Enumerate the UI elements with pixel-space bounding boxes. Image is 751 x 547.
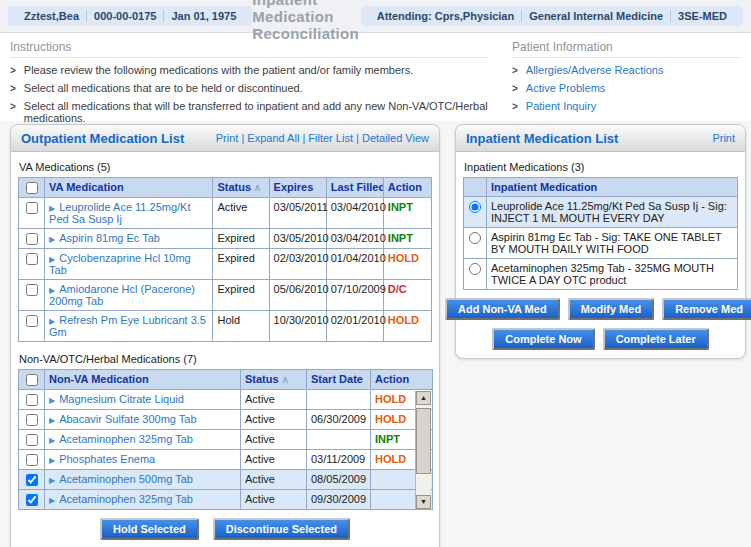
hold-selected-button[interactable]: Hold Selected [100, 518, 199, 540]
va-col-last-filled[interactable]: Last Filled [326, 178, 383, 198]
scrollbar[interactable]: ▲ ▼ [415, 391, 431, 509]
va-col-expires[interactable]: Expires [269, 178, 326, 198]
va-medications-label: VA Medications (5) [18, 158, 432, 177]
instruction-text: Select all medications that are to be he… [24, 82, 303, 94]
va-med-expires: 03/05/2011 [269, 198, 326, 229]
outpatient-panel: Outpatient Medication List Print | Expan… [10, 124, 440, 547]
va-col-va-medication[interactable]: VA Medication [45, 178, 213, 198]
nonva-med-name-link[interactable]: Acetaminophen 325mg Tab [59, 493, 193, 505]
expand-med-icon[interactable]: ▶ [49, 496, 55, 505]
complete-later-button[interactable]: Complete Later [603, 328, 709, 350]
va-med-name-link[interactable]: Amiodarone Hcl (Pacerone) 200mg Tab [49, 283, 195, 307]
va-med-name-link[interactable]: Aspirin 81mg Ec Tab [59, 232, 160, 244]
allergies-adverse-reactions-link[interactable]: Allergies/Adverse Reactions [526, 64, 664, 76]
scroll-down-button[interactable]: ▼ [416, 495, 431, 509]
sort-ascending-icon[interactable]: ∧ [251, 182, 261, 193]
expand-med-icon[interactable]: ▶ [49, 255, 55, 264]
va-med-name-link[interactable]: Cyclobenzaprine Hcl 10mg Tab [49, 252, 191, 276]
modify-med-button[interactable]: Modify Med [568, 298, 655, 320]
nonva-med-name-link[interactable]: Magnesium Citrate Liquid [59, 393, 184, 405]
nonva-med-name-link[interactable]: Acetaminophen 500mg Tab [59, 473, 193, 485]
nonva-med-name-link[interactable]: Abacavir Sulfate 300mg Tab [59, 413, 196, 425]
nonva-col-start-date[interactable]: Start Date [307, 370, 371, 390]
va-med-name-link[interactable]: Leuprolide Ace 11.25mg/Kt Ped Sa Susp Ij [49, 201, 190, 225]
nonva-med-status: Active [241, 430, 307, 450]
nonva-med-checkbox[interactable] [26, 494, 38, 506]
expand-med-icon[interactable]: ▶ [49, 416, 55, 425]
va-med-checkbox[interactable] [26, 233, 38, 245]
expand-med-icon[interactable]: ▶ [49, 286, 55, 295]
nonva-med-checkbox[interactable] [26, 434, 38, 446]
nonva-med-name-link[interactable]: Acetaminophen 325mg Tab [59, 433, 193, 445]
va-med-checkbox[interactable] [26, 284, 38, 296]
sort-ascending-icon[interactable]: ∧ [279, 374, 289, 385]
va-med-expires: 05/06/2010 [269, 280, 326, 311]
chevron-right-icon: > [10, 101, 16, 112]
print-link[interactable]: Print [712, 132, 735, 144]
scroll-thumb[interactable] [416, 408, 431, 474]
page-title: Inpatient Medication Reconciliation [252, 0, 360, 42]
nonva-col-action[interactable]: Action [371, 370, 433, 390]
va-med-action: HOLD [383, 311, 431, 342]
complete-now-button[interactable]: Complete Now [492, 328, 594, 350]
inpatient-med-radio[interactable] [469, 232, 481, 244]
inpatient-med-text: Aspirin 81mg Ec Tab - Sig: TAKE ONE TABL… [487, 228, 738, 259]
va-med-checkbox[interactable] [26, 253, 38, 265]
va-med-last-filled: 02/01/2010 [326, 311, 383, 342]
expand-med-icon[interactable]: ▶ [49, 396, 55, 405]
va-med-status: Expired [213, 229, 269, 249]
nonva-select-all-checkbox[interactable] [26, 374, 38, 386]
nonva-med-status: Active [241, 390, 307, 410]
nonva-med-checkbox[interactable] [26, 454, 38, 466]
va-med-action: D/C [383, 280, 431, 311]
nonva-med-row: ▶Phosphates EnemaActive03/11/2009HOLD [19, 450, 433, 470]
va-med-name-cell: ▶Cyclobenzaprine Hcl 10mg Tab [45, 249, 213, 280]
expand-all-link[interactable]: Expand All [247, 132, 299, 144]
nonva-med-checkbox[interactable] [26, 414, 38, 426]
va-med-name-link[interactable]: Refresh Pm Eye Lubricant 3.5 Gm [49, 314, 206, 338]
outpatient-panel-links: Print | Expand All | Filter List | Detai… [216, 132, 429, 144]
inpatient-med-radio[interactable] [469, 201, 481, 213]
expand-med-icon[interactable]: ▶ [49, 317, 55, 326]
filter-list-link[interactable]: Filter List [308, 132, 353, 144]
nonva-med-status: Active [241, 450, 307, 470]
expand-med-icon[interactable]: ▶ [49, 456, 55, 465]
add-non-va-med-button[interactable]: Add Non-VA Med [445, 298, 560, 320]
inpatient-med-radio[interactable] [469, 263, 481, 275]
nonva-med-checkbox-cell [19, 410, 45, 430]
nonva-med-start-date [307, 430, 371, 450]
va-select-all-checkbox[interactable] [26, 182, 38, 194]
inpatient-panel-header: Inpatient Medication List Print [456, 125, 745, 152]
nonva-medications-table: Non-VA MedicationStatus ∧Start DateActio… [18, 369, 433, 510]
va-med-row: ▶Aspirin 81mg Ec TabExpired03/05/201003/… [19, 229, 432, 249]
nonva-med-checkbox[interactable] [26, 394, 38, 406]
nonva-med-name-link[interactable]: Phosphates Enema [59, 453, 155, 465]
detailed-view-link[interactable]: Detailed View [362, 132, 429, 144]
expand-med-icon[interactable]: ▶ [49, 235, 55, 244]
expand-med-icon[interactable]: ▶ [49, 476, 55, 485]
nonva-med-start-date: 06/30/2009 [307, 410, 371, 430]
scroll-up-button[interactable]: ▲ [416, 391, 431, 405]
inpatient-med-row: Aspirin 81mg Ec Tab - Sig: TAKE ONE TABL… [464, 228, 738, 259]
va-col-status[interactable]: Status ∧ [213, 178, 269, 198]
discontinue-selected-button[interactable]: Discontinue Selected [213, 518, 350, 540]
nonva-med-start-date: 03/11/2009 [307, 450, 371, 470]
nonva-med-name-cell: ▶Acetaminophen 500mg Tab [45, 470, 241, 490]
va-medications-table: VA MedicationStatus ∧ExpiresLast FilledA… [18, 177, 432, 342]
nonva-med-checkbox[interactable] [26, 474, 38, 486]
patient-inquiry-link[interactable]: Patient Inquiry [526, 100, 596, 112]
nonva-med-status: Active [241, 410, 307, 430]
va-col-action[interactable]: Action [383, 178, 431, 198]
expand-med-icon[interactable]: ▶ [49, 204, 55, 213]
va-med-checkbox[interactable] [26, 202, 38, 214]
chevron-right-icon: > [512, 101, 518, 112]
va-med-checkbox[interactable] [26, 315, 38, 327]
remove-med-button[interactable]: Remove Med [662, 298, 751, 320]
print-link[interactable]: Print [216, 132, 239, 144]
inpatient-med-row: Leuprolide Ace 11.25mg/Kt Ped Sa Susp Ij… [464, 197, 738, 228]
expand-med-icon[interactable]: ▶ [49, 436, 55, 445]
nonva-col-status[interactable]: Status ∧ [241, 370, 307, 390]
nonva-col-non-va-medication[interactable]: Non-VA Medication [45, 370, 241, 390]
active-problems-link[interactable]: Active Problems [526, 82, 605, 94]
attending-provider: Attending: Cprs,Physician [370, 10, 522, 22]
